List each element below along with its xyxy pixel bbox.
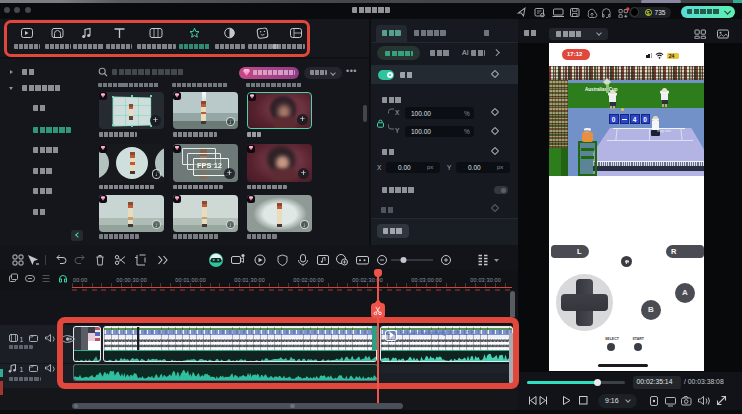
svg-text:1: 1	[20, 336, 24, 343]
svg-text:1: 1	[20, 366, 24, 373]
